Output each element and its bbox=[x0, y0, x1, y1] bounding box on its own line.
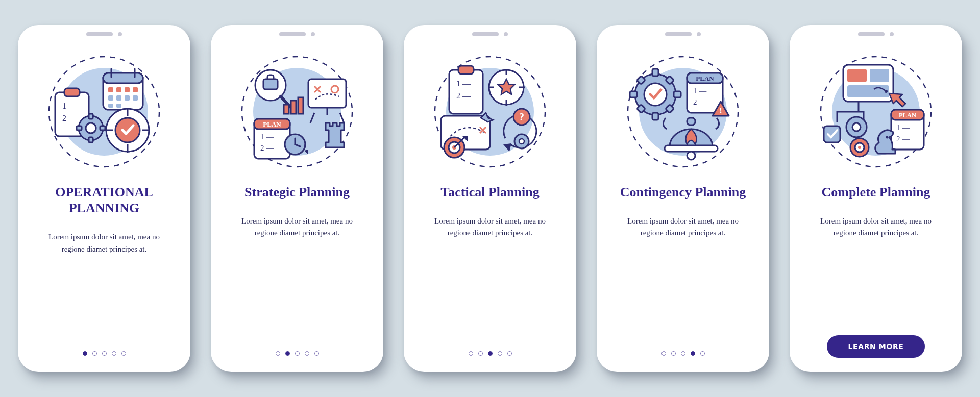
svg-rect-40 bbox=[308, 79, 346, 108]
screen-title: OPERATIONAL PLANNING bbox=[32, 184, 176, 216]
svg-rect-56 bbox=[458, 66, 474, 74]
onboarding-screen-contingency: PLAN 1 — 2 — ! bbox=[597, 25, 769, 372]
svg-rect-10 bbox=[108, 95, 113, 101]
svg-rect-17 bbox=[64, 88, 80, 96]
strategic-planning-icon: PLAN 1 — 2 — bbox=[236, 51, 358, 173]
screen-title: Tactical Planning bbox=[440, 184, 539, 200]
pagination-dots[interactable] bbox=[662, 351, 705, 358]
svg-text:?: ? bbox=[519, 111, 524, 122]
svg-rect-23 bbox=[89, 137, 93, 142]
svg-rect-36 bbox=[263, 79, 278, 89]
svg-rect-12 bbox=[125, 95, 130, 101]
svg-rect-77 bbox=[652, 113, 658, 120]
svg-text:1 —: 1 — bbox=[896, 123, 910, 132]
svg-text:PLAN: PLAN bbox=[263, 120, 281, 128]
screen-description: Lorem ipsum dolor sit amet, mea no regio… bbox=[617, 215, 749, 239]
svg-rect-93 bbox=[687, 118, 695, 125]
tactical-planning-icon: 1 — 2 — ? bbox=[429, 51, 551, 173]
svg-text:2 —: 2 — bbox=[260, 144, 274, 152]
svg-point-111 bbox=[858, 146, 861, 149]
svg-rect-22 bbox=[89, 114, 93, 119]
phone-notch bbox=[86, 32, 122, 36]
complete-planning-icon: PLAN 1 — 2 — bbox=[815, 51, 937, 173]
svg-rect-3 bbox=[103, 73, 143, 83]
svg-rect-7 bbox=[116, 87, 121, 92]
svg-text:2 —: 2 — bbox=[896, 135, 910, 143]
screen-description: Lorem ipsum dolor sit amet, mea no regio… bbox=[231, 215, 363, 239]
pagination-dots[interactable] bbox=[469, 351, 512, 358]
operational-planning-icon: 1 — 2 — bbox=[43, 51, 165, 173]
svg-rect-99 bbox=[847, 85, 889, 97]
svg-point-108 bbox=[852, 123, 861, 131]
svg-rect-79 bbox=[674, 91, 681, 97]
svg-text:PLAN: PLAN bbox=[899, 112, 916, 119]
onboarding-screen-operational: 1 — 2 — bbox=[18, 25, 190, 372]
svg-rect-9 bbox=[133, 87, 138, 92]
svg-rect-76 bbox=[652, 69, 658, 76]
phone-notch bbox=[472, 32, 508, 36]
phone-notch bbox=[665, 32, 701, 36]
screen-title: Contingency Planning bbox=[620, 184, 746, 200]
screen-description: Lorem ipsum dolor sit amet, mea no regio… bbox=[810, 215, 942, 239]
svg-rect-25 bbox=[100, 126, 105, 130]
svg-line-42 bbox=[340, 113, 344, 123]
screen-title: Strategic Planning bbox=[244, 184, 350, 200]
svg-rect-6 bbox=[108, 87, 113, 92]
svg-rect-15 bbox=[116, 104, 121, 108]
onboarding-screen-tactical: 1 — 2 — ? bbox=[404, 25, 576, 372]
contingency-planning-icon: PLAN 1 — 2 — ! bbox=[622, 51, 744, 173]
screen-description: Lorem ipsum dolor sit amet, mea no regio… bbox=[38, 231, 170, 255]
svg-point-21 bbox=[86, 123, 96, 133]
svg-text:PLAN: PLAN bbox=[696, 75, 714, 82]
svg-rect-14 bbox=[108, 104, 113, 108]
svg-rect-38 bbox=[291, 101, 296, 114]
svg-text:!: ! bbox=[719, 106, 722, 115]
svg-point-65 bbox=[519, 139, 524, 144]
svg-rect-39 bbox=[298, 97, 303, 114]
svg-rect-97 bbox=[847, 69, 867, 82]
onboarding-screen-complete: PLAN 1 — 2 — bbox=[790, 25, 962, 372]
svg-point-100 bbox=[885, 90, 888, 93]
onboarding-carousel: 1 — 2 — bbox=[5, 5, 975, 392]
svg-rect-13 bbox=[133, 95, 138, 101]
learn-more-button[interactable]: LEARN MORE bbox=[827, 335, 925, 358]
svg-rect-37 bbox=[284, 105, 289, 114]
pagination-dots[interactable] bbox=[276, 351, 319, 358]
svg-text:2 —: 2 — bbox=[62, 114, 77, 122]
svg-text:1 —: 1 — bbox=[62, 102, 77, 110]
svg-rect-98 bbox=[870, 69, 889, 82]
pagination-dots[interactable] bbox=[83, 351, 126, 358]
svg-rect-91 bbox=[665, 145, 718, 152]
onboarding-screen-strategic: PLAN 1 — 2 — Strategic Planning Lorem ip… bbox=[211, 25, 383, 372]
svg-text:2 —: 2 — bbox=[456, 91, 471, 100]
svg-text:1 —: 1 — bbox=[693, 87, 707, 95]
phone-notch bbox=[279, 32, 315, 36]
screen-description: Lorem ipsum dolor sit amet, mea no regio… bbox=[424, 215, 556, 239]
svg-text:1 —: 1 — bbox=[260, 133, 274, 141]
screen-title: Complete Planning bbox=[821, 184, 930, 200]
svg-rect-11 bbox=[116, 95, 121, 101]
svg-text:2 —: 2 — bbox=[693, 98, 707, 106]
svg-rect-24 bbox=[77, 126, 82, 130]
phone-notch bbox=[858, 32, 894, 36]
svg-rect-8 bbox=[125, 87, 130, 92]
svg-rect-78 bbox=[630, 91, 637, 97]
svg-point-92 bbox=[687, 152, 695, 160]
svg-text:1 —: 1 — bbox=[456, 79, 471, 88]
svg-point-112 bbox=[886, 136, 889, 139]
svg-rect-106 bbox=[824, 126, 840, 142]
